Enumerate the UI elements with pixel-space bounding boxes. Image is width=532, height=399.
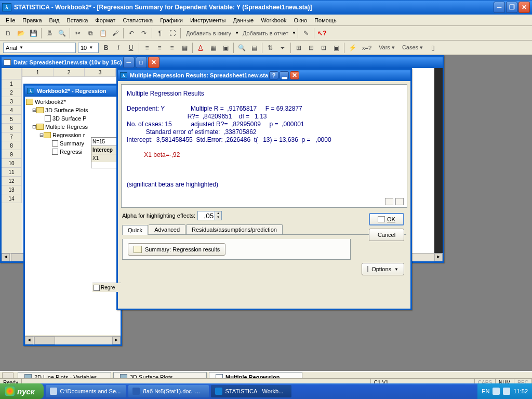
tab-quick[interactable]: Quick	[122, 225, 148, 235]
underline-button[interactable]: U	[125, 42, 137, 54]
sheet-maximize-button[interactable]: □	[136, 57, 147, 68]
help-icon[interactable]: ↖?	[316, 28, 328, 39]
dialog-collapse-button[interactable]: ▂	[280, 71, 289, 79]
report-expand-icon[interactable]	[395, 198, 404, 205]
dialog-help-button[interactable]: ?	[269, 71, 278, 79]
menu-window[interactable]: Окно	[290, 16, 311, 24]
sort-icon[interactable]: ⇅	[264, 42, 276, 54]
copy-icon[interactable]: ⧉	[85, 28, 96, 39]
group-icon[interactable]: ⊞	[293, 42, 304, 54]
dialog-close-button[interactable]: ✕	[290, 71, 299, 79]
align-right-icon[interactable]: ≡	[166, 42, 178, 54]
row-header[interactable]: 13	[2, 185, 22, 194]
summary-button[interactable]: Summary: Regression results	[128, 243, 225, 256]
font-color-icon[interactable]: A	[195, 42, 206, 54]
font-name-select[interactable]: Arial▼	[3, 43, 76, 53]
dialog-title-bar[interactable]: λ Multiple Regression Results: Spreadshe…	[118, 70, 410, 81]
graph-icon[interactable]: ⛶	[167, 28, 178, 39]
task-explorer[interactable]: C:\Documents and Se...	[46, 385, 126, 397]
report-copy-icon[interactable]	[385, 198, 393, 205]
macro-icon[interactable]: ✎	[300, 28, 312, 39]
main-minimize-button[interactable]: ─	[494, 2, 505, 13]
row-header[interactable]: 12	[2, 177, 22, 185]
col-header[interactable]: 3	[85, 68, 116, 77]
inner-tab[interactable]: Regre	[101, 285, 115, 290]
undo-icon[interactable]: ↶	[126, 28, 137, 39]
main-close-button[interactable]: ✕	[518, 2, 530, 13]
stat-icon[interactable]: ¶	[154, 28, 166, 39]
bold-button[interactable]: B	[100, 42, 112, 54]
task-statistica[interactable]: STATISTICA - Workb...	[211, 385, 291, 397]
cancel-button[interactable]: Cancel	[369, 229, 404, 241]
tree-root[interactable]: Workbook2*	[26, 98, 119, 106]
sheet-close-button[interactable]: ✕	[148, 57, 159, 68]
options-button[interactable]: Options ▼	[362, 263, 404, 275]
show-icon[interactable]: ▤	[248, 42, 260, 54]
wizard-icon[interactable]: ⚡	[347, 42, 358, 54]
row-header[interactable]: 14	[2, 194, 22, 203]
row-header[interactable]: 10	[2, 159, 22, 168]
clock[interactable]: 11:52	[513, 388, 528, 394]
align-center-icon[interactable]: ≡	[154, 42, 165, 54]
workbook-title-bar[interactable]: λ Workbook2* - Regression	[25, 85, 121, 97]
spreadsheet-title-bar[interactable]: Data: Spreadsheet1new.sta (10v by 15c) ─…	[2, 57, 443, 68]
tree-node[interactable]: 3D Surface P	[26, 114, 119, 123]
menu-statistics[interactable]: Статистика	[119, 16, 156, 24]
ungroup-icon[interactable]: ⊟	[305, 42, 317, 54]
sheet-minimize-button[interactable]: ─	[123, 57, 135, 68]
row-header[interactable]: 6	[2, 124, 22, 132]
tree-node[interactable]: ⊟3D Surface Plots	[26, 106, 119, 114]
workbook-hscroll[interactable]: ◄►	[25, 336, 121, 344]
tab-advanced[interactable]: Advanced	[149, 224, 185, 234]
brush-icon[interactable]: 🖌	[110, 28, 121, 39]
menu-data[interactable]: Данные	[230, 16, 258, 24]
tray-icon[interactable]	[503, 388, 510, 395]
tab-residuals[interactable]: Residuals/assumptions/prediction	[186, 224, 283, 234]
filter-icon[interactable]: ⏷	[277, 42, 288, 54]
new-icon[interactable]: 🗋	[3, 28, 14, 39]
redo-icon[interactable]: ↷	[138, 28, 150, 39]
paste-icon[interactable]: 📋	[97, 28, 109, 39]
row-header[interactable]: 8	[2, 141, 22, 150]
alpha-input[interactable]	[197, 211, 215, 220]
row-header[interactable]: 7	[2, 132, 22, 141]
tray-icon[interactable]	[493, 388, 500, 395]
col-header[interactable]: 1	[22, 68, 54, 77]
row-header[interactable]: 9	[2, 150, 22, 159]
ok-button[interactable]: OK	[369, 213, 404, 225]
menu-help[interactable]: Помощь	[311, 16, 340, 24]
zoom-icon[interactable]: 🔍	[236, 42, 247, 54]
save-icon[interactable]: 💾	[28, 28, 39, 39]
cut-icon[interactable]: ✂	[72, 28, 84, 39]
row-header[interactable]: 2	[2, 88, 22, 97]
language-indicator[interactable]: EN	[482, 388, 489, 394]
font-size-select[interactable]: 10▼	[78, 43, 99, 53]
row-header[interactable]: 1	[2, 79, 22, 88]
vars-button[interactable]: Vars ▾	[375, 43, 398, 52]
fill-color-icon[interactable]: ▦	[207, 42, 219, 54]
add-to-book-button[interactable]: Добавить в книгу	[182, 29, 235, 38]
menu-tools[interactable]: Инструменты	[187, 16, 230, 24]
borders-icon[interactable]: ▣	[220, 42, 231, 54]
gridlines-icon[interactable]: ⊡	[318, 42, 329, 54]
row-header[interactable]: 5	[2, 115, 22, 124]
merge-icon[interactable]: ▦	[179, 42, 190, 54]
start-button[interactable]: пуск	[0, 383, 44, 399]
menu-edit[interactable]: Правка	[19, 16, 45, 24]
main-restore-button[interactable]: ❐	[506, 2, 517, 13]
tree-node[interactable]: ⊟Multiple Regress	[26, 123, 119, 131]
row-header[interactable]: 4	[2, 106, 22, 115]
alpha-spinner[interactable]: ▲▼	[215, 211, 222, 220]
menu-view[interactable]: Вид	[46, 16, 63, 24]
row-header[interactable]: 11	[2, 168, 22, 177]
headers-icon[interactable]: ▣	[330, 42, 342, 54]
cases-button[interactable]: Cases ▾	[398, 43, 427, 52]
italic-button[interactable]: I	[113, 42, 124, 54]
menu-workbook[interactable]: Workbook	[257, 16, 290, 24]
preview-icon[interactable]: 🔍	[56, 28, 68, 39]
print-icon[interactable]: 🖶	[44, 28, 55, 39]
task-word[interactable]: Лаб №5(Stat1).doc -...	[128, 385, 209, 397]
menu-format[interactable]: Формат	[91, 16, 119, 24]
add-to-report-button[interactable]: Добавить в отчет	[239, 29, 292, 38]
extra-icon[interactable]: ▯	[427, 42, 438, 54]
